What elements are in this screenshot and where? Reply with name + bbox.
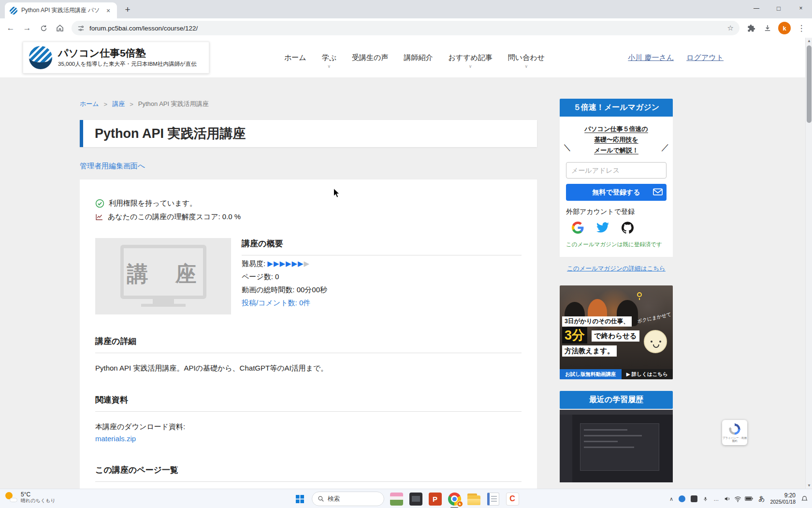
breadcrumb-courses[interactable]: 講座 xyxy=(112,100,125,108)
ad-banner[interactable]: 3日がかりのその仕事、 3分 で終わらせる 方法教えます。 ボクにまかせて お試… xyxy=(560,285,673,379)
page-scrollbar[interactable]: ▲ ▼ xyxy=(805,38,812,489)
materials-download-link[interactable]: materials.zip xyxy=(95,434,136,443)
nav-item-articles[interactable]: おすすめ記事∨ xyxy=(448,53,492,62)
taskbar-weather-widget[interactable]: 5°C 晴れのちくもり xyxy=(5,491,55,504)
nav-item-voices[interactable]: 受講生の声 xyxy=(352,53,388,62)
browser-tab[interactable]: Python API 実践活用講座 パソコ × xyxy=(5,2,117,18)
search-label: 検索 xyxy=(328,495,340,503)
newsletter-register-button[interactable]: 無料で登録する xyxy=(566,184,667,201)
newsletter-detail-link[interactable]: このメールマガジンの詳細はこちら xyxy=(560,265,673,273)
score-chart-icon xyxy=(95,213,103,221)
permission-text: 利用権限を持っています。 xyxy=(109,199,197,208)
battery-icon xyxy=(745,496,753,501)
tray-app-icon-blue[interactable] xyxy=(679,495,685,502)
video-duration-text: 動画の総時間数: 00分00秒 xyxy=(242,285,522,295)
system-tray-cluster[interactable] xyxy=(724,495,753,503)
deco-backslash: ＼ xyxy=(563,142,571,153)
browser-menu-icon[interactable]: ⋮ xyxy=(794,20,809,36)
registered-note: このメールマガジンは既に登録済です xyxy=(566,241,667,248)
taskbar-app-explorer[interactable] xyxy=(466,492,481,506)
difficulty-empty-arrow: ▶ xyxy=(304,259,310,268)
email-input[interactable] xyxy=(566,162,667,179)
taskbar: 5°C 晴れのちくもり 検索 P k C ∧ … xyxy=(0,489,812,508)
taskbar-search[interactable]: 検索 xyxy=(312,492,384,506)
tray-app-icon-dark[interactable] xyxy=(691,495,697,502)
taskbar-app-clibor[interactable]: C xyxy=(505,492,520,506)
github-icon[interactable] xyxy=(622,222,634,234)
user-profile-link[interactable]: 小川 慶一さん xyxy=(628,53,674,62)
forward-button[interactable]: → xyxy=(19,20,35,36)
admin-edit-link[interactable]: 管理者用編集画面へ xyxy=(80,162,145,171)
taskbar-clock[interactable]: 9:20 2025/01/18 xyxy=(770,493,796,505)
recaptcha-icon xyxy=(728,423,741,435)
window-maximize-button[interactable]: □ xyxy=(768,0,790,16)
history-thumbnail[interactable] xyxy=(560,410,673,482)
browser-profile-avatar[interactable]: k xyxy=(778,22,791,34)
ad-line2: で終わらせる xyxy=(592,330,639,342)
twitter-icon[interactable] xyxy=(596,221,609,234)
newsletter-desc-line2: 基礎〜応用技を xyxy=(594,136,638,143)
scrollbar-thumb[interactable] xyxy=(807,45,812,123)
extensions-icon[interactable] xyxy=(743,20,759,36)
tray-expand-chevron-icon[interactable]: ∧ xyxy=(669,496,673,502)
tab-close-icon[interactable]: × xyxy=(104,7,112,15)
mouse-cursor xyxy=(333,188,341,200)
clock-date: 2025/01/18 xyxy=(770,499,796,505)
nav-item-learn[interactable]: 学ぶ∨ xyxy=(322,53,336,62)
google-icon[interactable] xyxy=(572,222,584,234)
back-button[interactable]: ← xyxy=(3,20,18,36)
score-text: あなたのこの講座の理解度スコア: 0.0 % xyxy=(108,212,241,222)
ad-footer-link[interactable]: ▶ 詳しくはこちら xyxy=(622,369,673,379)
difficulty-filled-arrows: ▶▶▶▶▶▶ xyxy=(267,259,304,268)
taskbar-app-notes[interactable] xyxy=(486,492,500,506)
recaptcha-badge[interactable]: プライバシー・利用規約 xyxy=(722,420,747,445)
site-logo[interactable]: パソコン仕事5倍塾 35,000人を指導した東大卒・元日本IBM社内講師が直伝 xyxy=(23,42,209,74)
nav-item-contact[interactable]: 問い合わせ∨ xyxy=(508,53,545,62)
breadcrumb: ホーム > 講座 > Python API 実践活用講座 xyxy=(80,100,537,108)
dark-photo-icon xyxy=(409,493,422,506)
chevron-down-icon: ∨ xyxy=(328,64,331,69)
page-viewport: パソコン仕事5倍塾 35,000人を指導した東大卒・元日本IBM社内講師が直伝 … xyxy=(0,38,812,489)
bookmark-star-icon[interactable]: ☆ xyxy=(727,24,734,32)
check-circle-icon xyxy=(95,199,104,208)
home-button[interactable] xyxy=(52,20,68,36)
notifications-bell-icon[interactable] xyxy=(801,495,808,503)
tray-more-icon[interactable]: … xyxy=(713,496,719,502)
deco-slash: ／ xyxy=(661,142,669,153)
taskbar-app-flowers[interactable] xyxy=(389,492,404,506)
overview-heading: 講座の概要 xyxy=(242,238,522,255)
ad-footer-left[interactable]: お試し版無料動画講座 xyxy=(560,369,622,379)
site-settings-icon[interactable] xyxy=(77,25,85,32)
speaker-icon xyxy=(724,495,731,502)
start-button[interactable] xyxy=(292,492,307,506)
nav-item-instructors[interactable]: 講師紹介 xyxy=(404,53,433,62)
site-subtitle: 35,000人を指導した東大卒・元日本IBM社内講師が直伝 xyxy=(58,60,197,68)
nav-item-home[interactable]: ホーム xyxy=(284,53,306,62)
downloads-icon[interactable] xyxy=(760,20,775,36)
url-text[interactable]: forum.pc5bai.com/lesson/course/122/ xyxy=(89,25,723,32)
ad-mascot xyxy=(644,330,669,358)
window-minimize-button[interactable]: — xyxy=(745,0,768,16)
breadcrumb-home[interactable]: ホーム xyxy=(80,100,99,108)
course-thumbnail-caption: 講 座 xyxy=(95,260,231,288)
reload-button[interactable] xyxy=(36,20,51,36)
weather-sun-cloud-icon xyxy=(5,492,17,503)
ad-big-text: 3分 xyxy=(562,327,587,344)
microphone-icon[interactable] xyxy=(703,496,708,502)
taskbar-app-powerpoint[interactable]: P xyxy=(428,492,442,506)
taskbar-app-photo[interactable] xyxy=(408,492,423,506)
browser-tabstrip: Python API 実践活用講座 パソコ × + — □ × xyxy=(0,0,812,18)
address-bar[interactable]: forum.pc5bai.com/lesson/course/122/ ☆ xyxy=(72,21,740,35)
pages-list-heading: この講座のページ一覧 xyxy=(95,464,522,482)
window-close-button[interactable]: × xyxy=(790,0,812,16)
taskbar-app-chrome[interactable]: k xyxy=(447,492,462,506)
logout-link[interactable]: ログアウト xyxy=(686,53,724,62)
search-icon xyxy=(318,495,324,502)
envelope-icon xyxy=(653,188,663,196)
newsletter-box: ＼ ／ パソコン仕事５倍速の 基礎〜応用技を メールで解説！ 無料で登録する 外… xyxy=(560,117,673,257)
comments-count-link[interactable]: 投稿/コメント数: 0件 xyxy=(242,299,310,307)
newsletter-desc-line3: メールで解説！ xyxy=(594,147,638,154)
ime-indicator[interactable]: あ xyxy=(758,494,765,503)
new-tab-button[interactable]: + xyxy=(121,3,134,16)
powerpoint-icon: P xyxy=(429,493,442,506)
